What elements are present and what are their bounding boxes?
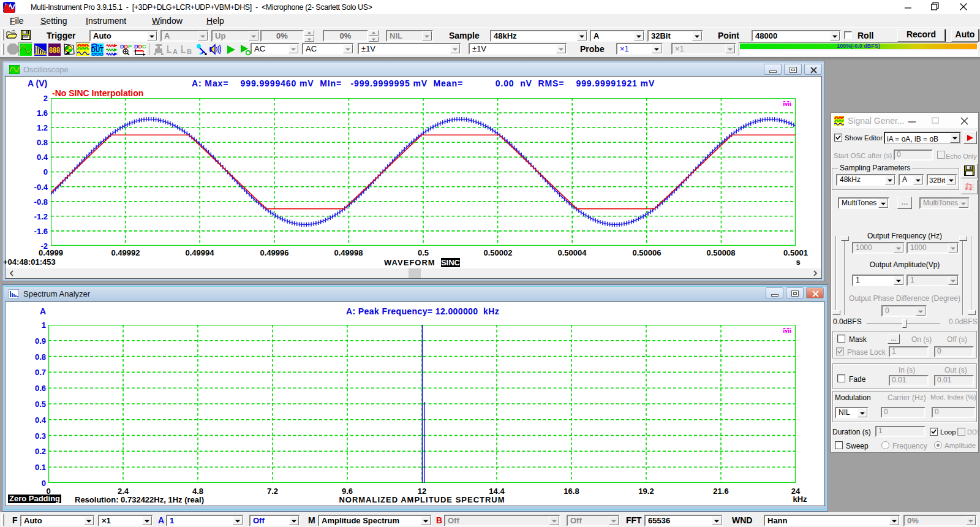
svg-text:888: 888 [49, 45, 60, 55]
svg-text:DUT: DUT [91, 47, 104, 53]
svg-text:B: B [187, 48, 192, 55]
svg-text:A: A [173, 48, 178, 55]
svg-text:DDC: DDC [134, 44, 146, 50]
